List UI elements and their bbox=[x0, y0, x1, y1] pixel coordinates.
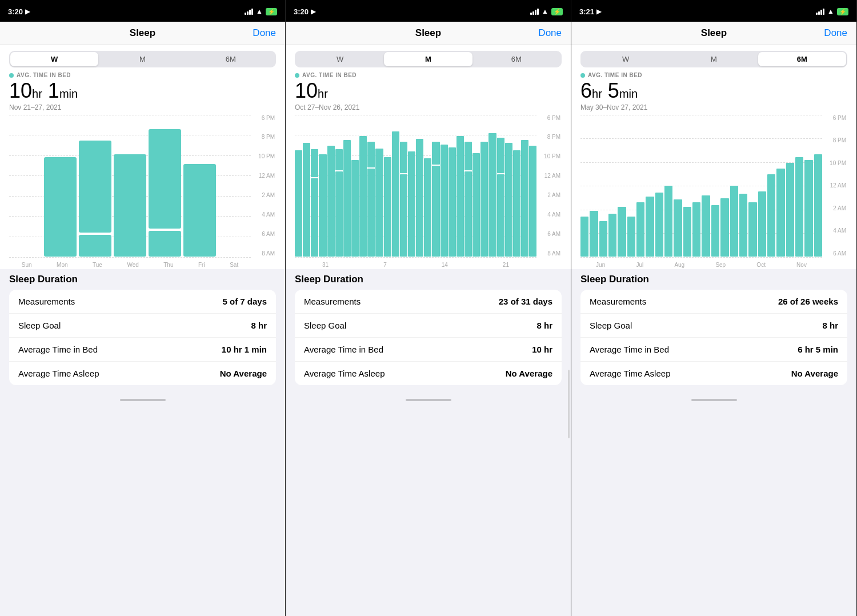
segment-m-2[interactable]: M bbox=[384, 52, 472, 66]
done-button-2[interactable]: Done bbox=[538, 27, 562, 39]
big-stat-3: 6hr 5min bbox=[571, 79, 856, 102]
x-labels-3: JunJulAugSepOctNov bbox=[580, 262, 822, 268]
status-left-2: 3:20 ▶ bbox=[294, 7, 315, 16]
time-3: 3:21 bbox=[579, 7, 594, 16]
stats-value-measurements-3: 26 of 26 weeks bbox=[778, 297, 838, 306]
big-stat-2: 10hr bbox=[286, 79, 571, 102]
stats-label-avg-sleep-3: Average Time Asleep bbox=[590, 369, 670, 378]
chart-container-3: 6 PM8 PM10 PM12 AM2 AM4 AM6 AM JunJulAug… bbox=[580, 115, 847, 269]
stats-label-goal-1: Sleep Goal bbox=[18, 321, 61, 330]
bars-6m bbox=[580, 115, 822, 257]
panel-6m: 3:21 ▶ ▲ ⚡ Sleep Done W M 6M AVG. TIME I… bbox=[571, 0, 857, 616]
stat-min-unit-1: min bbox=[59, 87, 78, 100]
stats-value-avg-sleep-2: No Average bbox=[506, 369, 552, 378]
bars-week bbox=[9, 115, 251, 257]
chart-area-2: 6 PM8 PM10 PM12 AM2 AM4 AM6 AM8 AM 31714… bbox=[286, 115, 571, 269]
stats-row-measurements-2: Measurements 23 of 31 days bbox=[295, 290, 562, 314]
wifi-icon-3: ▲ bbox=[827, 7, 834, 15]
stats-card-1: Measurements 5 of 7 days Sleep Goal 8 hr… bbox=[9, 290, 276, 385]
stats-card-2: Measurements 23 of 31 days Sleep Goal 8 … bbox=[295, 290, 562, 385]
chart-container-1: 6 PM8 PM10 PM12 AM2 AM4 AM6 AM8 AM SunMo… bbox=[9, 115, 276, 269]
date-range-1: Nov 21–27, 2021 bbox=[0, 103, 285, 111]
signal-icon-2 bbox=[530, 9, 539, 15]
stat-hours-2: 10 bbox=[295, 79, 318, 102]
segment-control-1: W M 6M bbox=[9, 51, 276, 67]
status-right-1: ▲ ⚡ bbox=[245, 7, 277, 15]
stats-value-measurements-2: 23 of 31 days bbox=[499, 297, 552, 306]
stats-row-goal-1: Sleep Goal 8 hr bbox=[9, 314, 276, 338]
stats-row-avg-sleep-2: Average Time Asleep No Average bbox=[295, 362, 562, 385]
stat-hr-unit-2: hr bbox=[318, 87, 328, 100]
sleep-section-1: Sleep Duration Measurements 5 of 7 days … bbox=[0, 269, 285, 616]
stats-label-avg-sleep-1: Average Time Asleep bbox=[18, 369, 99, 378]
panel-week: 3:20 ▶ ▲ ⚡ Sleep Done W M 6M AVG. TIME I… bbox=[0, 0, 286, 616]
segment-m-1[interactable]: M bbox=[98, 52, 186, 66]
bar-sun bbox=[9, 115, 42, 257]
nav-header-2: Sleep Done bbox=[286, 22, 571, 45]
nav-title-1: Sleep bbox=[130, 27, 155, 39]
segment-control-3: W M 6M bbox=[580, 51, 847, 67]
stat-min-unit-3: min bbox=[619, 87, 638, 100]
avg-text-2: AVG. TIME IN BED bbox=[302, 72, 357, 78]
done-button-3[interactable]: Done bbox=[824, 27, 847, 39]
time-2: 3:20 bbox=[294, 7, 309, 16]
stats-label-avg-bed-1: Average Time in Bed bbox=[18, 345, 98, 354]
segment-w-3[interactable]: W bbox=[582, 52, 670, 66]
segment-6m-1[interactable]: 6M bbox=[187, 52, 275, 66]
home-indicator-3 bbox=[571, 390, 856, 405]
bar-tue bbox=[79, 115, 111, 257]
segment-m-3[interactable]: M bbox=[670, 52, 758, 66]
stats-label-avg-bed-2: Average Time in Bed bbox=[304, 345, 383, 354]
stats-value-measurements-1: 5 of 7 days bbox=[222, 297, 267, 306]
x-labels-2: 3171421 bbox=[295, 262, 536, 268]
home-bar-2 bbox=[406, 399, 451, 401]
battery-icon-1: ⚡ bbox=[266, 8, 277, 15]
stats-label-measurements-1: Measurements bbox=[18, 297, 75, 306]
status-left-1: 3:20 ▶ bbox=[8, 7, 30, 16]
panel-month: 3:20 ▶ ▲ ⚡ Sleep Done W M 6M AVG. TIME I… bbox=[286, 0, 571, 616]
y-labels-2: 6 PM8 PM10 PM12 AM2 AM4 AM6 AM8 AM bbox=[536, 115, 562, 257]
stats-value-goal-3: 8 hr bbox=[822, 321, 838, 330]
stat-mins-1: 1 bbox=[48, 79, 59, 102]
stats-label-goal-3: Sleep Goal bbox=[590, 321, 632, 330]
stats-row-goal-3: Sleep Goal 8 hr bbox=[580, 314, 847, 338]
stats-value-avg-bed-2: 10 hr bbox=[532, 345, 552, 354]
y-labels-1: 6 PM8 PM10 PM12 AM2 AM4 AM6 AM8 AM bbox=[251, 115, 276, 257]
segment-w-1[interactable]: W bbox=[10, 52, 98, 66]
bar-fri bbox=[183, 115, 216, 257]
avg-dot-1 bbox=[9, 73, 14, 78]
sleep-section-3: Sleep Duration Measurements 26 of 26 wee… bbox=[571, 269, 856, 616]
bars-month bbox=[295, 115, 536, 257]
bar-wed bbox=[114, 115, 146, 257]
nav-header-1: Sleep Done bbox=[0, 22, 285, 45]
segment-w-2[interactable]: W bbox=[296, 52, 384, 66]
segment-6m-3[interactable]: 6M bbox=[758, 52, 846, 66]
x-labels-1: SunMonTueWedThuFriSat bbox=[9, 262, 251, 268]
wifi-icon-1: ▲ bbox=[256, 7, 263, 15]
location-icon-2: ▶ bbox=[311, 8, 315, 15]
stat-hours-3: 6 bbox=[580, 79, 592, 102]
chart-area-3: 6 PM8 PM10 PM12 AM2 AM4 AM6 AM JunJulAug… bbox=[571, 115, 856, 269]
stat-value-3: 6hr 5min bbox=[580, 79, 847, 102]
chart-area-1: 6 PM8 PM10 PM12 AM2 AM4 AM6 AM8 AM SunMo… bbox=[0, 115, 285, 269]
avg-text-1: AVG. TIME IN BED bbox=[17, 72, 71, 78]
nav-header-3: Sleep Done bbox=[571, 22, 856, 45]
date-range-3: May 30–Nov 27, 2021 bbox=[571, 103, 856, 111]
done-button-1[interactable]: Done bbox=[253, 27, 276, 39]
stats-label-avg-bed-3: Average Time in Bed bbox=[590, 345, 669, 354]
stat-hr-unit-3: hr bbox=[592, 87, 602, 100]
avg-label-2: AVG. TIME IN BED bbox=[286, 72, 571, 78]
stats-row-avg-bed-3: Average Time in Bed 6 hr 5 min bbox=[580, 338, 847, 362]
y-labels-3: 6 PM8 PM10 PM12 AM2 AM4 AM6 AM bbox=[822, 115, 847, 257]
segment-6m-2[interactable]: 6M bbox=[472, 52, 560, 66]
location-icon-3: ▶ bbox=[596, 8, 601, 15]
stats-row-avg-sleep-3: Average Time Asleep No Average bbox=[580, 362, 847, 385]
sleep-section-title-3: Sleep Duration bbox=[571, 274, 856, 290]
stats-value-goal-1: 8 hr bbox=[251, 321, 267, 330]
stats-label-measurements-2: Measurements bbox=[304, 297, 361, 306]
segment-control-2: W M 6M bbox=[295, 51, 562, 67]
bar-sat bbox=[218, 115, 251, 257]
battery-icon-3: ⚡ bbox=[837, 8, 848, 15]
stats-row-avg-bed-2: Average Time in Bed 10 hr bbox=[295, 338, 562, 362]
stat-mins-3: 5 bbox=[608, 79, 619, 102]
